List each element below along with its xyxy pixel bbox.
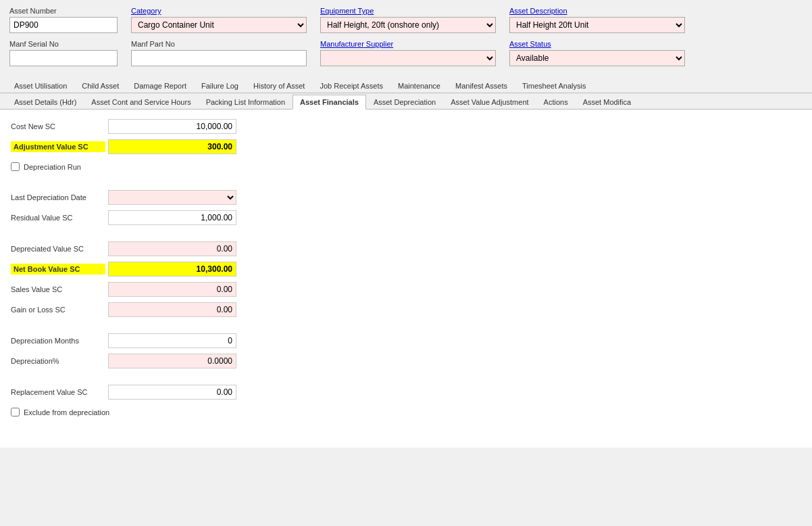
adjustment-value-sc-input[interactable] — [108, 139, 236, 154]
tab-job-receipt-assets[interactable]: Job Receipt Assets — [312, 78, 390, 93]
manf-part-no-input[interactable] — [131, 50, 307, 66]
tab-asset-cont-service[interactable]: Asset Cont and Service Hours — [84, 95, 198, 109]
depreciated-value-sc-input[interactable] — [108, 241, 236, 256]
content-area: Cost New SC Adjustment Value SC Deprecia… — [0, 110, 812, 448]
cost-new-sc-input[interactable] — [108, 119, 236, 134]
category-group: Category Cargo Container Unit — [131, 7, 307, 33]
tab-maintenance[interactable]: Maintenance — [390, 78, 448, 93]
exclude-depreciation-label: Exclude from depreciation — [24, 408, 113, 416]
sales-value-sc-label: Sales Value SC — [11, 285, 105, 293]
net-book-value-sc-input[interactable] — [108, 262, 236, 277]
exclude-depreciation-checkbox[interactable] — [11, 408, 20, 416]
depreciation-months-input[interactable] — [108, 333, 236, 348]
depreciation-run-label: Depreciation Run — [24, 163, 85, 171]
residual-value-sc-label: Residual Value SC — [11, 214, 105, 222]
tab-asset-details-hdr[interactable]: Asset Details (Hdr) — [7, 95, 84, 109]
financials-form: Cost New SC Adjustment Value SC Deprecia… — [11, 119, 801, 419]
manf-serial-no-label: Manf Serial No — [9, 40, 118, 48]
manufacturer-supplier-select[interactable] — [320, 50, 496, 66]
tab-row-1: Asset UtilisationChild AssetDamage Repor… — [0, 77, 812, 93]
tab-asset-value-adjustment[interactable]: Asset Value Adjustment — [443, 95, 536, 109]
asset-description-group: Asset Description Half Height 20ft Unit — [509, 7, 685, 33]
asset-description-label[interactable]: Asset Description — [509, 7, 685, 15]
depreciation-run-checkbox[interactable] — [11, 162, 20, 171]
tab-manifest-assets[interactable]: Manifest Assets — [448, 78, 515, 93]
asset-status-label[interactable]: Asset Status — [509, 40, 685, 48]
tab-failure-log[interactable]: Failure Log — [194, 78, 246, 93]
depreciation-pct-label: Depreciation% — [11, 357, 105, 365]
asset-number-group: Asset Number — [9, 7, 118, 33]
manf-part-no-label: Manf Part No — [131, 40, 307, 48]
manufacturer-supplier-group: Manufacturer Supplier — [320, 40, 496, 66]
cost-new-sc-label: Cost New SC — [11, 122, 105, 130]
tab-asset-utilisation[interactable]: Asset Utilisation — [7, 78, 74, 93]
tab-packing-list[interactable]: Packing List Information — [199, 95, 293, 109]
sales-value-sc-input[interactable] — [108, 282, 236, 297]
manf-serial-no-input[interactable] — [9, 50, 118, 66]
asset-number-input[interactable] — [9, 17, 118, 33]
replacement-value-sc-label: Replacement Value SC — [11, 388, 105, 396]
asset-number-label: Asset Number — [9, 7, 118, 15]
tab-actions[interactable]: Actions — [536, 95, 576, 109]
manf-part-no-group: Manf Part No — [131, 40, 307, 66]
tab-history-of-asset[interactable]: History of Asset — [246, 78, 312, 93]
asset-status-group: Asset Status Available — [509, 40, 685, 66]
asset-status-select[interactable]: Available — [509, 50, 685, 66]
tab-asset-modifica[interactable]: Asset Modifica — [576, 95, 639, 109]
depreciation-months-label: Depreciation Months — [11, 337, 105, 345]
equipment-type-group: Equipment Type Half Height, 20ft (onshor… — [320, 7, 496, 33]
last-depreciation-date-select[interactable] — [108, 190, 236, 205]
category-label[interactable]: Category — [131, 7, 307, 15]
tab-asset-financials[interactable]: Asset Financials — [293, 95, 366, 110]
depreciated-value-sc-label: Depreciated Value SC — [11, 245, 105, 253]
category-select[interactable]: Cargo Container Unit — [131, 17, 307, 33]
tab-row-2: Asset Details (Hdr)Asset Cont and Servic… — [0, 93, 812, 110]
tab-timesheet-analysis[interactable]: Timesheet Analysis — [515, 78, 593, 93]
tab-asset-depreciation[interactable]: Asset Depreciation — [366, 95, 443, 109]
residual-value-sc-input[interactable] — [108, 210, 236, 225]
equipment-type-label[interactable]: Equipment Type — [320, 7, 496, 15]
tab-damage-report[interactable]: Damage Report — [126, 78, 194, 93]
gain-or-loss-sc-input[interactable] — [108, 302, 236, 317]
last-depreciation-date-label: Last Depreciation Date — [11, 193, 105, 201]
depreciation-pct-input[interactable] — [108, 354, 236, 368]
depreciation-run-row: Depreciation Run — [11, 162, 243, 171]
adjustment-value-sc-label: Adjustment Value SC — [11, 141, 105, 152]
tab-child-asset[interactable]: Child Asset — [74, 78, 126, 93]
manufacturer-supplier-label[interactable]: Manufacturer Supplier — [320, 40, 496, 48]
equipment-type-select[interactable]: Half Height, 20ft (onshore only) — [320, 17, 496, 33]
replacement-value-sc-input[interactable] — [108, 385, 236, 400]
exclude-depreciation-row: Exclude from depreciation — [11, 408, 243, 416]
net-book-value-sc-label: Net Book Value SC — [11, 264, 105, 274]
gain-or-loss-sc-label: Gain or Loss SC — [11, 306, 105, 314]
asset-description-select[interactable]: Half Height 20ft Unit — [509, 17, 685, 33]
manf-serial-no-group: Manf Serial No — [9, 40, 118, 66]
